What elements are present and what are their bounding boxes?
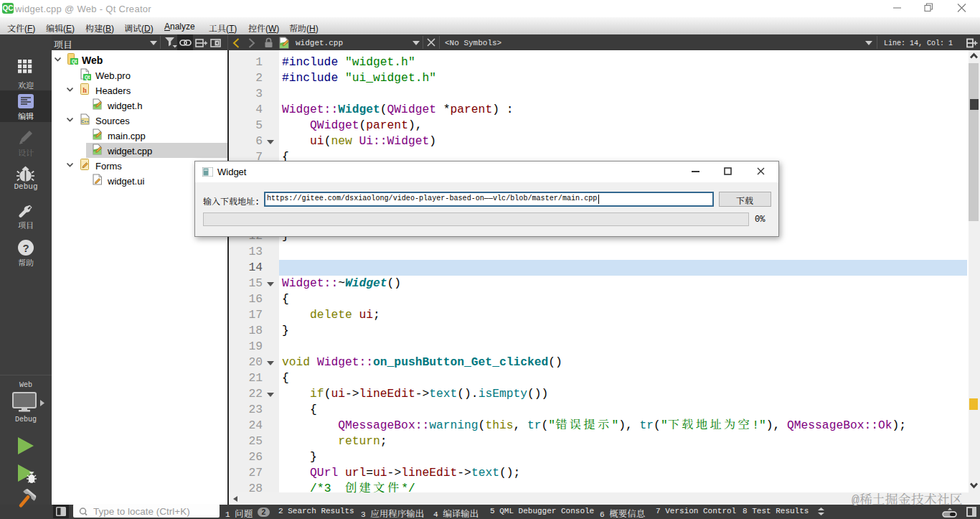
svg-text:Qt: Qt <box>85 75 90 80</box>
svg-text:h: h <box>83 86 87 94</box>
svg-text:?: ? <box>22 242 29 254</box>
svg-text:Qt: Qt <box>72 59 77 65</box>
svg-text:C++: C++ <box>81 119 88 123</box>
